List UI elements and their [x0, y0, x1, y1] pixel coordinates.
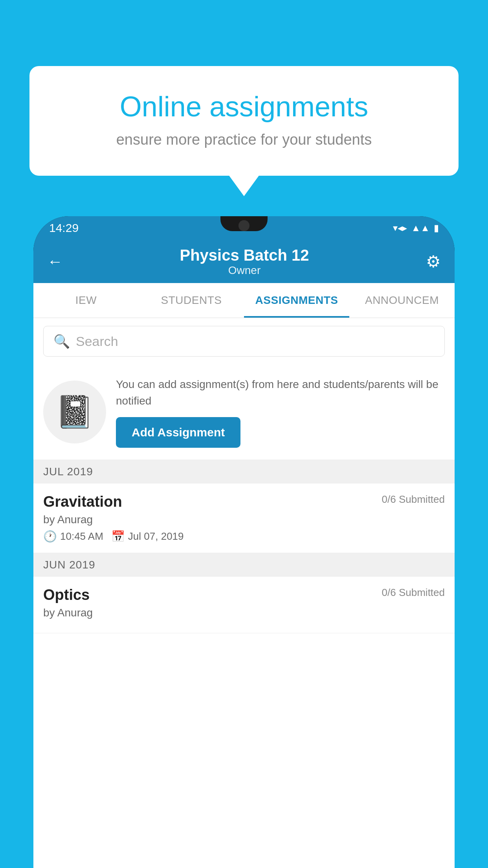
clock-icon: 🕐 — [43, 530, 57, 543]
app-header: ← Physics Batch 12 Owner ⚙ — [33, 240, 455, 283]
section-header-jun: JUN 2019 — [33, 553, 455, 577]
assignment-name: Gravitation — [43, 493, 122, 510]
assignment-time-value: 10:45 AM — [60, 530, 103, 542]
header-subtitle: Owner — [180, 264, 309, 277]
tab-iew[interactable]: IEW — [33, 283, 139, 318]
promo-text: You can add assignment(s) from here and … — [116, 376, 445, 409]
assignment-submitted: 0/6 Submitted — [382, 493, 445, 506]
back-button[interactable]: ← — [47, 253, 63, 270]
calendar-icon: 📅 — [111, 530, 125, 543]
search-bar[interactable]: 🔍 Search — [43, 326, 445, 357]
assignment-top-row-optics: Optics 0/6 Submitted — [43, 587, 445, 603]
tab-students[interactable]: STUDENTS — [139, 283, 244, 318]
signal-icon: ▲▲ — [411, 223, 430, 234]
assignment-name-optics: Optics — [43, 587, 90, 603]
assignment-time: 🕐 10:45 AM — [43, 530, 103, 543]
screen-content: IEW STUDENTS ASSIGNMENTS ANNOUNCEM 🔍 Sea… — [33, 283, 455, 868]
assignment-submitted-optics: 0/6 Submitted — [382, 587, 445, 599]
phone-frame: 14:29 ▾◂▸ ▲▲ ▮ ← Physics Batch 12 Owner … — [33, 216, 455, 868]
notebook-icon: 📓 — [55, 394, 94, 430]
header-title: Physics Batch 12 — [180, 246, 309, 264]
search-icon: 🔍 — [53, 333, 70, 349]
assignment-top-row: Gravitation 0/6 Submitted — [43, 493, 445, 510]
speech-bubble-container: Online assignments ensure more practice … — [29, 66, 459, 176]
assignment-author: by Anurag — [43, 513, 445, 526]
section-header-jul: JUL 2019 — [33, 460, 455, 484]
promo-icon-circle: 📓 — [43, 381, 106, 443]
tab-assignments[interactable]: ASSIGNMENTS — [244, 283, 349, 318]
assignment-meta: 🕐 10:45 AM 📅 Jul 07, 2019 — [43, 530, 445, 543]
tabs-bar: IEW STUDENTS ASSIGNMENTS ANNOUNCEM — [33, 283, 455, 318]
promo-section: 📓 You can add assignment(s) from here an… — [33, 364, 455, 460]
tab-announcements[interactable]: ANNOUNCEM — [349, 283, 455, 318]
speech-bubble-subtitle: ensure more practice for your students — [57, 131, 431, 148]
speech-bubble-title: Online assignments — [57, 90, 431, 123]
settings-button[interactable]: ⚙ — [426, 252, 441, 271]
search-placeholder-text: Search — [76, 334, 118, 349]
status-time: 14:29 — [49, 221, 79, 235]
phone-camera — [238, 220, 250, 231]
speech-bubble: Online assignments ensure more practice … — [29, 66, 459, 176]
header-center: Physics Batch 12 Owner — [180, 246, 309, 277]
search-container: 🔍 Search — [33, 318, 455, 364]
add-assignment-button[interactable]: Add Assignment — [116, 417, 240, 448]
battery-icon: ▮ — [434, 223, 439, 234]
assignment-item-optics[interactable]: Optics 0/6 Submitted by Anurag — [33, 577, 455, 633]
assignment-author-optics: by Anurag — [43, 607, 445, 619]
wifi-icon: ▾◂▸ — [393, 223, 407, 234]
assignment-date-value: Jul 07, 2019 — [128, 530, 184, 542]
assignment-date: 📅 Jul 07, 2019 — [111, 530, 184, 543]
assignment-item-gravitation[interactable]: Gravitation 0/6 Submitted by Anurag 🕐 10… — [33, 484, 455, 553]
status-icons: ▾◂▸ ▲▲ ▮ — [393, 223, 439, 234]
promo-right: You can add assignment(s) from here and … — [116, 376, 445, 448]
